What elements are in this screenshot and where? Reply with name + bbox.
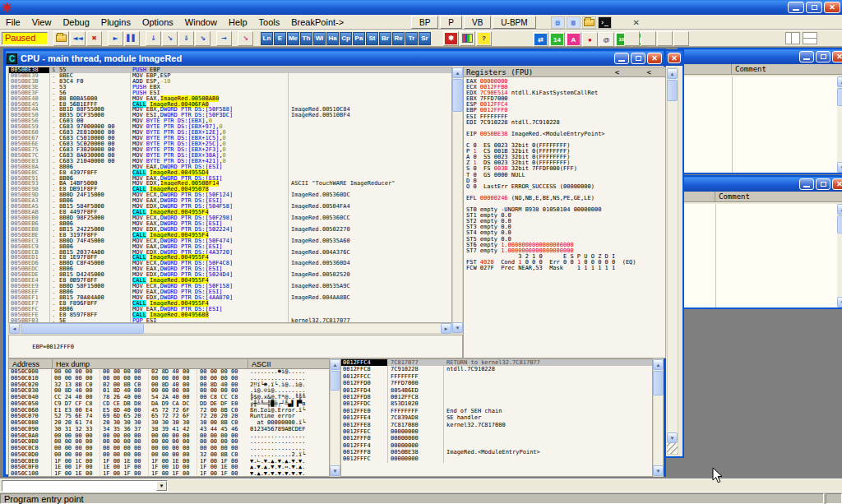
dump-vscroll-thumb[interactable] [330,371,340,391]
pane-button-re[interactable]: Re [392,32,405,45]
combobox-dropdown-button[interactable]: ▼ [156,481,167,491]
disasm-row[interactable]: 0050BE9D.8B0D 24F15000MOV ECX,DWORD PTR … [9,192,451,198]
pane-button-ln[interactable]: Ln [261,32,273,45]
register-line[interactable]: O 0 LastErr ERROR_SUCCESS (00000000) [464,184,665,190]
plugin-dot-button[interactable]: ● [582,32,598,47]
toolbar-blank-button[interactable] [657,31,673,46]
disasm-row[interactable]: 0050BEE9.8B0D 58F15000MOV ECX,DWORD PTR … [9,284,451,289]
strip-resize-grip[interactable] [667,443,678,454]
cpu-close-button[interactable]: ✕ [647,53,662,64]
comment-window-1-titlebar[interactable]: ✕ [679,49,842,64]
run-button[interactable]: ► [108,31,123,46]
disasm-row[interactable]: 0050BE8C.E8 4397F8FFCALL ImageRed.004955… [9,170,451,176]
stack-row[interactable]: 0012FFE47C839AD8SE handler [341,414,652,421]
pane-button-wi[interactable]: Wi [313,32,326,45]
comment1-close-button[interactable]: ✕ [832,51,842,62]
dump-header-ascii[interactable]: ASCII [248,359,329,368]
register-line[interactable]: EDI 7C910228 ntdll.7C910228 [464,120,665,126]
stack-row[interactable]: 0012FFD80012FFC8 [341,394,652,400]
disasm-row[interactable]: 0050BEB0.8B0D 98F25000MOV ECX,DWORD PTR … [9,215,451,221]
stack-row[interactable]: 0012FFD48054B6ED [341,387,652,394]
comment2-scroll-thumb[interactable] [837,215,842,234]
stack-row[interactable]: 0012FFC87C910228ntdll.7C910228 [341,366,652,372]
disasm-vscroll-thumb[interactable] [452,79,463,112]
info-pane[interactable]: EBP=0012FFF0 [8,335,463,358]
disasm-row[interactable]: 0050BEFE.E8 8597F8FFCALL ImageRed.004956… [9,312,451,318]
register-line[interactable]: EFL 00000246 (NO,NB,E,BE,NS,PE,GE,LE) [464,196,665,201]
plugin-a-button[interactable]: A [566,32,581,47]
menu-plugins[interactable]: Plugins [95,16,136,29]
comment1-scroll-down[interactable]: ▼ [837,162,842,173]
go-to-button[interactable]: ↘ [238,31,253,46]
dump-header-hex[interactable]: Hex dump [53,359,248,368]
cpu-minimize-button[interactable] [614,53,629,64]
pane-button-sr[interactable]: Sr [419,32,431,45]
strip-scroll-down[interactable]: ▼ [667,432,678,443]
plugin-14-button[interactable]: 14 [549,32,565,47]
disasm-scroll-right[interactable]: ► [441,323,451,334]
swap-button[interactable]: ⇄ [533,32,548,47]
close-button[interactable]: ✕ [824,2,840,13]
stack-row[interactable]: 0012FFCCFFFFFFFF [341,373,652,380]
menu-breakpoint[interactable]: BreakPoint-> [285,16,349,29]
stack-scroll-down[interactable]: ▼ [653,465,664,476]
plugin-button-p[interactable]: P [440,16,462,29]
appearance-button[interactable] [460,31,475,46]
plugin-button-vb[interactable]: VB [464,16,491,29]
disasm-row[interactable]: 0050BE3B.83C4 F0ADD ESP,-10 [9,79,451,85]
strip-scroll-up[interactable]: ▲ [667,68,678,79]
open-file-button[interactable] [53,31,69,46]
strip-scroll-thumb[interactable] [667,80,678,101]
menu-help[interactable]: Help [223,16,253,29]
pane-button-e[interactable]: E [274,32,286,45]
stack-row[interactable]: 0012FFF80050BE38ImageRed.<ModuleEntryPoi… [341,449,652,455]
toolbar-blank-button[interactable] [641,31,656,46]
stack-row[interactable]: 0012FFE87C817080kernel32.7C817080 [341,422,652,428]
stack-vscrollbar[interactable]: ▲ ▼ [653,358,664,477]
dump-scroll-down[interactable]: ▼ [330,465,340,476]
column-header-comment[interactable]: Comment [732,64,770,74]
pane-button-ha[interactable]: Ha [326,32,339,45]
register-line[interactable]: FCW 027F Prec NEAR,53 Mask 1 1 1 1 1 1 [464,266,665,271]
comment2-scroll-down[interactable]: ▼ [837,297,842,307]
stack-row[interactable]: 0012FFF400000000 [341,442,652,449]
notes-icon[interactable]: ▤ [551,16,565,29]
registers-header[interactable]: Registers (FPU) [466,68,533,76]
stack-row[interactable]: 0012FFF000000000 [341,435,652,442]
disasm-row[interactable]: 0050BE3E.53PUSH EBX [9,85,451,90]
comment2-close-button[interactable]: ✕ [832,178,842,190]
stack-row[interactable]: 0012FFD07FFD7000 [341,380,652,386]
pause-button[interactable]: ▌▌ [124,31,140,46]
disasm-row[interactable]: 0050BED6.8B0D C8F45000MOV ECX,DWORD PTR … [9,261,451,266]
help-button[interactable]: ? [476,31,492,46]
tile-horizontal-icon[interactable] [803,32,817,44]
disasm-row[interactable]: 0050BE38$55PUSH EBP [9,67,451,73]
step-into-button[interactable]: ↓ [146,31,161,46]
restart-button[interactable]: ◄◄ [70,31,86,46]
step-over-button[interactable]: ↘ [162,31,178,46]
comment-window-2-body[interactable] [669,204,837,307]
pane-button-pa[interactable]: Pa [353,32,365,45]
execute-till-return-button[interactable]: → [216,31,232,46]
stack-row[interactable]: 0012FFC47C817077RETURN to kernel32.7C817… [341,359,652,366]
column-header-comment[interactable]: Comment [715,192,753,201]
cpu-window-titlebar[interactable]: C CPU - main thread, module ImageRed ✕ [6,51,664,66]
pane-button-me[interactable]: Me [287,32,299,45]
close-program-button[interactable]: ✖ [86,31,102,46]
comment-window-2-titlebar[interactable]: ✕ [669,177,842,192]
stack-row[interactable]: 0012FFE0FFFFFFFFEnd of SEH chain [341,408,652,414]
menu-debug[interactable]: Debug [57,16,95,29]
cpu-maximize-button[interactable] [631,53,645,64]
animate-into-button[interactable]: ⇓ [178,31,194,46]
comment2-scroll-up[interactable]: ▲ [837,204,842,215]
comment1-scroll-thumb[interactable] [837,88,842,106]
dump-vscrollbar[interactable]: ▲ ▼ [330,358,340,477]
command-combobox[interactable]: ▼ [2,480,168,492]
comment1-scroll-up[interactable]: ▲ [837,76,842,87]
dump-row[interactable]: 0050C1001F 00 1E 001F 00 1F 001F 00 1F 0… [9,471,329,477]
plugin-spiral-button[interactable]: @ [599,32,614,47]
disasm-hscrollbar[interactable]: ◄ ► [8,323,452,334]
stack-row[interactable]: 0012FFDC853D1020 [341,400,652,407]
comment-window-1-body[interactable] [679,76,837,173]
tile-vertical-icon[interactable] [785,32,800,44]
